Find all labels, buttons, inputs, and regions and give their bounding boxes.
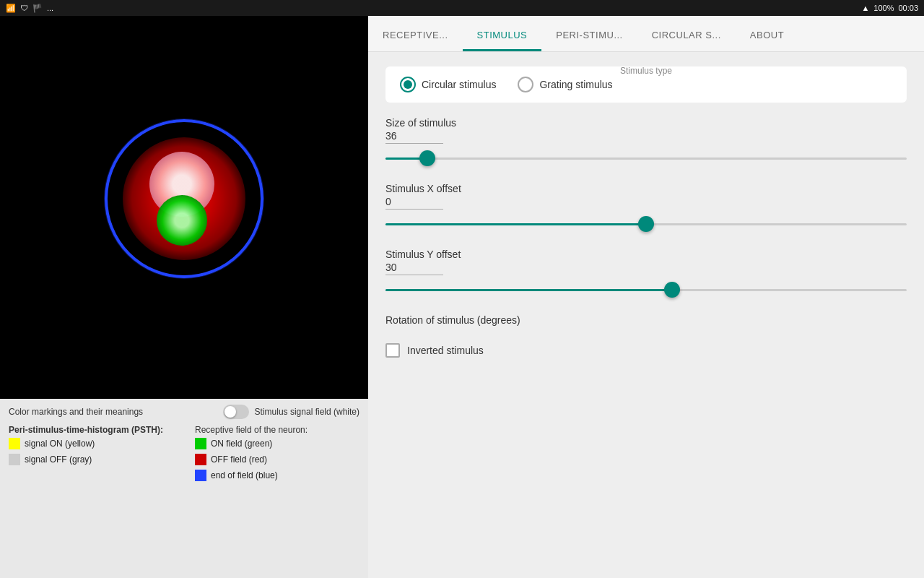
signal-field-toggle-area: Stimulus signal field (white) bbox=[223, 405, 359, 419]
signal-icon: ▲ bbox=[861, 4, 869, 12]
inverted-stimulus-checkbox[interactable] bbox=[385, 343, 400, 358]
y-offset-value: 30 bbox=[385, 262, 443, 275]
x-offset-slider-track bbox=[385, 223, 907, 225]
signal-off-label: signal OFF (gray) bbox=[25, 454, 92, 465]
y-offset-slider-container[interactable] bbox=[385, 282, 907, 297]
off-field-item: OFF field (red) bbox=[195, 454, 359, 465]
x-offset-label: Stimulus X offset bbox=[385, 183, 907, 194]
red-swatch bbox=[195, 454, 206, 465]
off-field-label: OFF field (red) bbox=[211, 454, 267, 465]
y-offset-label: Stimulus Y offset bbox=[385, 249, 907, 260]
y-offset-control-group: Stimulus Y offset 30 bbox=[385, 249, 907, 297]
stimulus-type-card: Stimulus type Circular stimulus Grating … bbox=[385, 66, 907, 103]
circular-stimulus-label: Circular stimulus bbox=[422, 79, 496, 90]
signal-field-toggle[interactable] bbox=[223, 405, 249, 419]
blue-swatch bbox=[195, 470, 206, 481]
x-offset-slider-fill bbox=[385, 223, 646, 225]
size-control-group: Size of stimulus 36 bbox=[385, 117, 907, 165]
size-slider-track bbox=[385, 158, 907, 160]
end-of-field-item: end of field (blue) bbox=[195, 470, 359, 481]
status-bar: 📶 🛡 🏴 ... ▲ 100% 00:03 bbox=[0, 0, 924, 16]
on-field-item: ON field (green) bbox=[195, 438, 359, 449]
green-swatch bbox=[195, 438, 206, 449]
receptive-title: Receptive field of the neuron: bbox=[195, 425, 359, 435]
main-layout: Color markings and their meanings Stimul… bbox=[0, 16, 924, 578]
yellow-swatch bbox=[9, 438, 20, 449]
signal-field-label: Stimulus signal field (white) bbox=[255, 407, 359, 417]
legend-columns: Peri-stimulus-time-histogram (PSTH): sig… bbox=[9, 425, 359, 481]
rotation-control-group: Rotation of stimulus (degrees) bbox=[385, 314, 907, 326]
right-panel: RECEPTIVE... STIMULUS PERI-STIMU... CIRC… bbox=[368, 16, 924, 578]
flag-icon: 🏴 bbox=[32, 4, 43, 13]
tab-circular[interactable]: CIRCULAR S... bbox=[637, 21, 736, 51]
inverted-stimulus-label: Inverted stimulus bbox=[407, 345, 484, 356]
rotation-label: Rotation of stimulus (degrees) bbox=[385, 314, 907, 326]
shield-icon: 🛡 bbox=[20, 4, 28, 12]
psth-title: Peri-stimulus-time-histogram (PSTH): bbox=[9, 425, 173, 435]
green-circle bbox=[157, 195, 207, 246]
x-offset-value: 0 bbox=[385, 196, 443, 210]
gray-swatch bbox=[9, 454, 20, 465]
tab-receptive[interactable]: RECEPTIVE... bbox=[368, 21, 463, 51]
grating-radio-empty bbox=[518, 77, 533, 92]
x-offset-slider-thumb[interactable] bbox=[638, 216, 654, 232]
canvas-area bbox=[0, 16, 368, 399]
status-bar-right: ▲ 100% 00:03 bbox=[861, 4, 918, 12]
content-area: Stimulus type Circular stimulus Grating … bbox=[368, 52, 924, 578]
signal-on-item: signal ON (yellow) bbox=[9, 438, 173, 449]
y-offset-slider-thumb[interactable] bbox=[664, 282, 680, 298]
wifi-icon: 📶 bbox=[6, 4, 16, 13]
signal-on-label: signal ON (yellow) bbox=[25, 439, 95, 449]
clock: 00:03 bbox=[898, 4, 918, 12]
psth-legend-col: Peri-stimulus-time-histogram (PSTH): sig… bbox=[9, 425, 173, 481]
size-label: Size of stimulus bbox=[385, 117, 907, 129]
tab-about[interactable]: ABOUT bbox=[736, 21, 798, 51]
tab-bar: RECEPTIVE... STIMULUS PERI-STIMU... CIRC… bbox=[368, 16, 924, 52]
end-of-field-label: end of field (blue) bbox=[211, 470, 278, 480]
stimulus-type-label: Stimulus type bbox=[620, 66, 672, 76]
circular-radio-inner bbox=[404, 80, 412, 89]
x-offset-control-group: Stimulus X offset 0 bbox=[385, 183, 907, 231]
inverted-stimulus-group[interactable]: Inverted stimulus bbox=[385, 343, 907, 358]
signal-off-item: signal OFF (gray) bbox=[9, 454, 173, 465]
y-offset-slider-track bbox=[385, 289, 907, 291]
tab-peri[interactable]: PERI-STIMU... bbox=[541, 21, 637, 51]
size-slider-thumb[interactable] bbox=[419, 150, 435, 166]
grating-stimulus-label: Grating stimulus bbox=[539, 79, 612, 90]
grating-stimulus-option[interactable]: Grating stimulus bbox=[518, 77, 612, 92]
left-panel: Color markings and their meanings Stimul… bbox=[0, 16, 368, 578]
y-offset-slider-fill bbox=[385, 289, 672, 291]
stimulus-visualization bbox=[97, 112, 271, 285]
stimulus-type-radio-group: Circular stimulus Grating stimulus bbox=[400, 77, 613, 92]
status-bar-left: 📶 🛡 🏴 ... bbox=[6, 4, 53, 13]
tab-stimulus[interactable]: STIMULUS bbox=[463, 21, 542, 51]
on-field-label: ON field (green) bbox=[211, 439, 272, 449]
receptive-legend-col: Receptive field of the neuron: ON field … bbox=[195, 425, 359, 481]
size-slider-container[interactable] bbox=[385, 151, 907, 165]
x-offset-slider-container[interactable] bbox=[385, 217, 907, 231]
circular-radio-outer bbox=[400, 77, 416, 92]
bottom-legend-area: Color markings and their meanings Stimul… bbox=[0, 399, 368, 578]
battery-level: 100% bbox=[873, 4, 894, 12]
size-value: 36 bbox=[385, 130, 443, 144]
circular-stimulus-option[interactable]: Circular stimulus bbox=[400, 77, 496, 92]
overflow-menu[interactable]: ... bbox=[47, 4, 53, 12]
color-legend-title: Color markings and their meanings bbox=[9, 407, 143, 417]
